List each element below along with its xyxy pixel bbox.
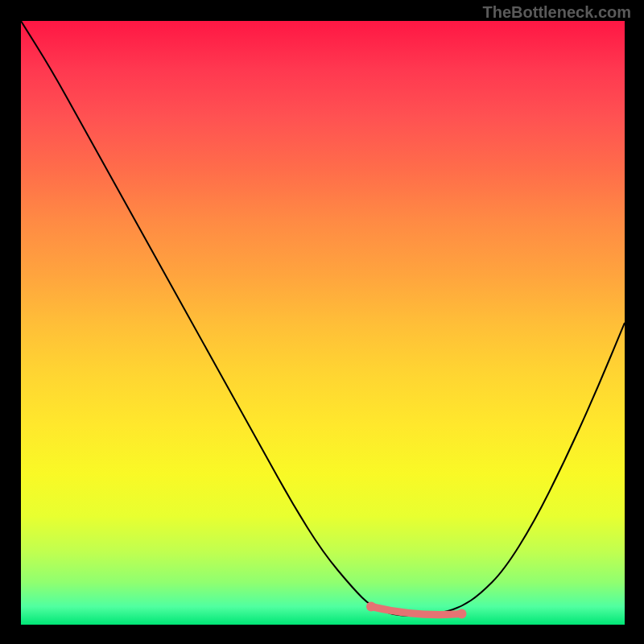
optimal-end-dot [457, 609, 467, 619]
chart-plot-area [21, 21, 625, 625]
optimal-start-dot [366, 602, 376, 612]
bottleneck-curve [21, 21, 625, 616]
watermark-text: TheBottleneck.com [483, 3, 631, 22]
chart-svg [21, 21, 625, 625]
